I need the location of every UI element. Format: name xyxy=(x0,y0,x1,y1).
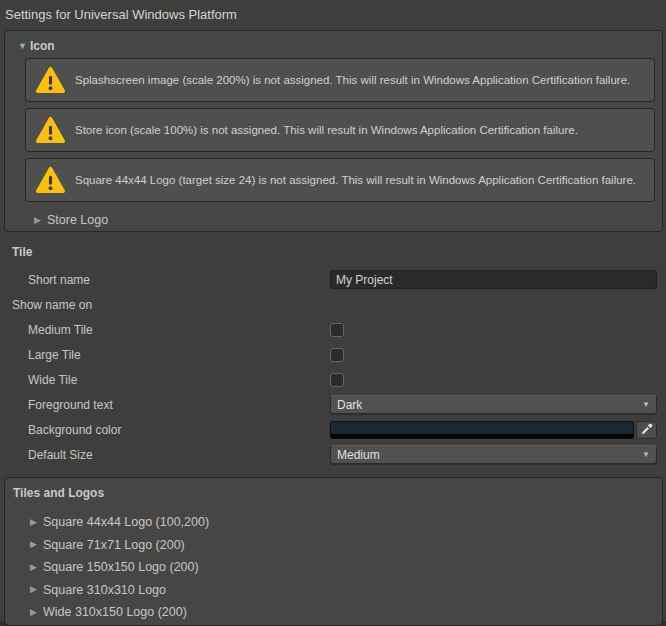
tile-section-title: Tile xyxy=(12,245,666,263)
large-tile-row: Large Tile xyxy=(0,342,666,367)
default-size-row: Default Size Medium ▼ xyxy=(0,442,666,467)
warning-icon xyxy=(35,166,66,195)
foreground-text-row: Foreground text Dark ▼ xyxy=(0,392,666,417)
square-71-logo-foldout[interactable]: ▶ Square 71x71 Logo (200) xyxy=(5,534,662,557)
warning-helpbox-square-logo: Square 44x44 Logo (target size 24) is no… xyxy=(25,158,655,202)
wide-tile-row: Wide Tile xyxy=(0,367,666,392)
foldout-closed-icon: ▶ xyxy=(30,518,42,527)
large-tile-label: Large Tile xyxy=(0,348,330,362)
chevron-down-icon: ▼ xyxy=(642,450,650,459)
store-logo-label: Store Logo xyxy=(47,213,108,227)
uwp-settings-panel: Settings for Universal Windows Platform … xyxy=(0,0,666,621)
medium-tile-checkbox[interactable] xyxy=(330,323,344,337)
background-color-row: Background color xyxy=(0,417,666,442)
foldout-label: Square 71x71 Logo (200) xyxy=(43,538,185,552)
panel-title: Settings for Universal Windows Platform xyxy=(0,0,666,30)
square-150-logo-foldout[interactable]: ▶ Square 150x150 Logo (200) xyxy=(5,556,662,579)
foldout-open-icon: ▼ xyxy=(18,42,30,51)
warning-text: Store icon (scale 100%) is not assigned.… xyxy=(75,122,578,139)
short-name-label: Short name xyxy=(0,273,330,287)
eyedropper-icon xyxy=(640,423,653,436)
chevron-down-icon: ▼ xyxy=(642,400,650,409)
foldout-label: Square 44x44 Logo (100,200) xyxy=(43,515,209,529)
wide-tile-checkbox[interactable] xyxy=(330,373,344,387)
icon-section: ▼ Icon Splashscreen image (scale 200%) i… xyxy=(4,30,663,232)
default-size-label: Default Size xyxy=(0,448,330,462)
foreground-text-label: Foreground text xyxy=(0,398,330,412)
short-name-row: Short name xyxy=(0,267,666,292)
color-swatch-alpha-bar xyxy=(331,434,633,438)
medium-tile-label: Medium Tile xyxy=(0,323,330,337)
square-310-logo-foldout[interactable]: ▶ Square 310x310 Logo xyxy=(5,579,662,602)
foldout-closed-icon: ▶ xyxy=(30,540,42,549)
large-tile-checkbox[interactable] xyxy=(330,348,344,362)
color-swatch-rgb xyxy=(331,422,633,434)
short-name-input[interactable] xyxy=(330,270,657,289)
store-logo-foldout[interactable]: ▶ Store Logo xyxy=(5,208,662,232)
warning-helpbox-store-icon: Store icon (scale 100%) is not assigned.… xyxy=(25,108,655,152)
icon-section-foldout[interactable]: ▼ Icon xyxy=(5,31,662,58)
warning-icon xyxy=(35,66,66,95)
default-size-dropdown[interactable]: Medium ▼ xyxy=(330,445,657,464)
foldout-label: Square 150x150 Logo (200) xyxy=(43,560,199,574)
foreground-text-dropdown[interactable]: Dark ▼ xyxy=(330,395,657,414)
eyedropper-button[interactable] xyxy=(636,421,657,439)
icon-section-title: Icon xyxy=(30,39,55,53)
wide-310-logo-foldout[interactable]: ▶ Wide 310x150 Logo (200) xyxy=(5,601,662,624)
show-name-on-row: Show name on xyxy=(0,292,666,317)
medium-tile-row: Medium Tile xyxy=(0,317,666,342)
warning-helpbox-splashscreen: Splashscreen image (scale 200%) is not a… xyxy=(25,58,655,102)
wide-tile-label: Wide Tile xyxy=(0,373,330,387)
tiles-and-logos-section: Tiles and Logos ▶ Square 44x44 Logo (100… xyxy=(4,477,663,626)
foldout-closed-icon: ▶ xyxy=(30,585,42,594)
default-size-value: Medium xyxy=(337,448,380,462)
background-color-label: Background color xyxy=(0,423,330,437)
square-44-logo-foldout[interactable]: ▶ Square 44x44 Logo (100,200) xyxy=(5,511,662,534)
foreground-text-value: Dark xyxy=(337,398,362,412)
foldout-closed-icon: ▶ xyxy=(30,608,42,617)
background-color-swatch[interactable] xyxy=(330,421,634,439)
foldout-closed-icon: ▶ xyxy=(30,563,42,572)
foldout-label: Square 310x310 Logo xyxy=(43,583,166,597)
warning-icon xyxy=(35,116,66,145)
foldout-closed-icon: ▶ xyxy=(34,216,46,225)
warning-text: Splashscreen image (scale 200%) is not a… xyxy=(75,72,630,89)
tiles-and-logos-title: Tiles and Logos xyxy=(13,486,662,504)
foldout-label: Wide 310x150 Logo (200) xyxy=(43,605,187,619)
show-name-on-label: Show name on xyxy=(0,298,330,312)
warning-text: Square 44x44 Logo (target size 24) is no… xyxy=(75,172,636,189)
